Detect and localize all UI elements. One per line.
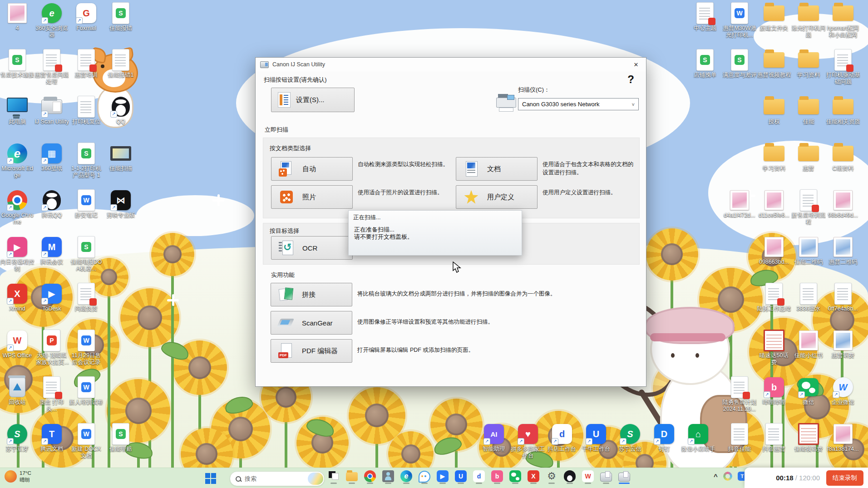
desktop-icon[interactable]: 惠普视频教程 <box>757 49 791 79</box>
utility-button-3[interactable]: PDF 编辑器 <box>271 339 352 363</box>
desktop-icon[interactable]: ⋈剪映专业版 <box>104 190 138 219</box>
desktop-icon[interactable]: T腾讯文档 <box>35 424 69 453</box>
desktop-icon[interactable]: 学习资料 <box>791 49 826 79</box>
desktop-icon[interactable]: 新建文件夹 <box>757 3 791 32</box>
desktop-icon[interactable]: GFoxmail <box>69 3 104 32</box>
taskbar-icon-wps[interactable]: W <box>582 470 594 484</box>
taskbar-icon-chat-app[interactable] <box>419 470 430 484</box>
desktop-icon[interactable]: d抖店工作台 <box>545 424 579 453</box>
desktop-icon[interactable]: 此电脑 <box>0 96 35 125</box>
desktop-icon[interactable]: b哔哩哔哩 <box>757 377 791 406</box>
desktop-icon[interactable]: 陆勇售后计划 2024.11.29... <box>722 377 757 413</box>
desktop-icon[interactable]: W新建 DOCX 文档 <box>69 424 104 459</box>
desktop-icon[interactable]: U千牛工作台 <box>579 424 613 453</box>
taskbar-icon-qq[interactable] <box>564 470 576 484</box>
desktop-icon[interactable]: S苏宁豆芽 <box>0 424 35 453</box>
desktop-icon[interactable]: 问题负责 <box>69 283 104 312</box>
desktop-icon[interactable]: AI智能助理 <box>477 424 511 453</box>
desktop-icon[interactable]: 喵速达50话费 <box>757 330 791 366</box>
desktop-icon[interactable]: 激光打印机问题 <box>791 3 826 39</box>
search-highlight-thumbnail[interactable] <box>308 473 323 485</box>
settings-button[interactable]: 设置(S)... <box>271 88 355 112</box>
desktop-icon[interactable]: 惠普二维码 <box>826 237 860 266</box>
taskbar-icon-wechat[interactable] <box>509 470 521 484</box>
desktop-icon[interactable]: 4 <box>0 3 35 32</box>
desktop-icon[interactable]: eMicrosoft Edge <box>0 143 35 179</box>
close-icon[interactable]: ✕ <box>626 58 646 71</box>
desktop-icon[interactable]: S1-1-2打印机产品型号 1 <box>69 143 104 179</box>
taskbar-icon-qianniu[interactable]: U <box>455 470 467 484</box>
desktop-icon[interactable]: ⌂微信小店助手 <box>681 424 715 453</box>
weather-widget[interactable]: 17°C 晴朗 <box>5 470 31 483</box>
taskbar-icon-edge[interactable]: e <box>400 470 412 484</box>
stop-recording-button[interactable]: 结束录制 <box>826 470 863 486</box>
desktop-icon[interactable]: 98b6d49d... <box>826 190 860 219</box>
desktop-icon[interactable]: d4a1f472d... <box>722 190 757 219</box>
ocr-button[interactable]: OCR <box>271 236 353 260</box>
desktop-icon[interactable]: W惠普M30W激光打印机... <box>722 3 757 39</box>
taskbar-icon-canon-scan-utility-active[interactable] <box>618 470 630 484</box>
desktop-icon[interactable]: ♥拼多多商家工作台 <box>511 424 545 459</box>
taskbar-icon-todesk[interactable]: ▶ <box>437 470 449 484</box>
desktop-icon[interactable]: f8a138174... <box>826 424 860 453</box>
desktop-icon[interactable]: S满意度与差评 <box>722 49 757 79</box>
desktop-icon[interactable]: 回收站 <box>0 377 35 406</box>
desktop-icon[interactable]: W企业微信 <box>826 377 860 406</box>
desktop-icon[interactable]: 抖音惠普 <box>757 424 791 453</box>
taskbar-icon-chrome[interactable] <box>364 470 376 484</box>
desktop-icon[interactable]: W11月29日售后会议记录 <box>69 330 104 366</box>
desktop-icon[interactable]: 授权 <box>757 96 791 125</box>
desktop-icon[interactable]: W新人培训试卷 <box>69 377 104 406</box>
desktop-icon[interactable]: QQ <box>104 96 138 125</box>
scan-type-button-2[interactable]: 文档 <box>456 157 538 181</box>
desktop-icon[interactable]: D钉钉 <box>647 424 681 453</box>
desktop-icon[interactable]: 佳能报错1 <box>104 49 138 79</box>
desktop-icon[interactable]: Google Chrome <box>0 190 35 226</box>
desktop-icon[interactable]: M腾讯会议 <box>35 237 69 266</box>
desktop-icon[interactable]: W静安笔记 <box>69 190 104 219</box>
tray-chevron-icon[interactable]: ^ <box>714 473 718 480</box>
desktop-icon[interactable]: 佳能领话费 <box>791 424 826 453</box>
desktop-icon[interactable]: 佳能扫描 <box>104 143 138 172</box>
desktop-icon[interactable]: hpsmart配网和小白配网 <box>826 3 860 39</box>
desktop-icon[interactable]: P天猫·顶呱呱家族大拉页02... <box>35 330 69 366</box>
desktop-icon[interactable]: d11ce5fe6... <box>757 190 791 219</box>
desktop-icon[interactable]: 新售后培训流程 <box>791 190 826 226</box>
desktop-icon[interactable]: 惠普话费 <box>826 330 860 359</box>
utility-button-2[interactable]: ScanGear <box>271 311 352 335</box>
scanner-select[interactable]: Canon G3030 series Network ˅ <box>518 98 639 110</box>
desktop-icon[interactable]: 打印机驱动基础问题 <box>826 49 860 85</box>
desktop-icon[interactable]: 中心主题 <box>688 3 722 32</box>
desktop-icon[interactable]: 打印机复位 <box>69 96 104 125</box>
search-input[interactable]: 搜索 <box>230 471 325 486</box>
desktop-icon[interactable]: 0ff7e4a8b... <box>826 283 860 312</box>
taskbar-icon-file-explorer[interactable] <box>346 470 358 484</box>
desktop-icon[interactable]: S售后技术连接 <box>0 49 35 79</box>
window-titlebar[interactable]: Canon IJ Scan Utility ✕ <box>256 58 646 71</box>
desktop-icon[interactable]: 墨盒 打印头... <box>35 377 69 413</box>
help-icon[interactable]: ? <box>627 73 634 86</box>
taskbar-icon-app-squares[interactable] <box>328 470 340 484</box>
desktop-icon[interactable]: IJ Scan Utility <box>35 96 69 125</box>
desktop-icon[interactable]: 3836墨水 <box>791 283 826 312</box>
desktop-icon[interactable]: ▶向日葵远程控制 <box>0 237 35 272</box>
taskbar-icon-doudian[interactable]: d <box>473 470 485 484</box>
taskbar-icon-canon-scan-utility[interactable] <box>600 470 612 484</box>
taskbar-icon-settings[interactable]: ⚙ <box>546 470 557 484</box>
taskbar-icon-bilibili[interactable]: b <box>491 470 503 484</box>
desktop-icon[interactable]: 佳能二维码 <box>791 237 826 266</box>
desktop-icon[interactable]: S佳能电报DOA机器... <box>69 237 104 272</box>
desktop-icon[interactable]: ▶ToDesk <box>35 283 69 312</box>
tray-swirl-icon[interactable] <box>723 472 732 481</box>
utility-button-1[interactable]: 拼接 <box>271 283 352 306</box>
desktop-icon[interactable]: S苏宁云信 <box>613 424 647 453</box>
desktop-icon[interactable]: S佳能理赔 <box>104 424 138 453</box>
scan-type-button-4[interactable]: 用户定义 <box>456 185 538 209</box>
desktop-icon[interactable]: 佳能相关资质 <box>826 96 860 125</box>
desktop-icon[interactable]: S佳能报错 <box>104 3 138 32</box>
desktop-icon[interactable]: e360安全浏览器 <box>35 3 69 39</box>
desktop-icon[interactable]: 佳能 <box>791 96 826 125</box>
desktop-icon[interactable]: 微信 <box>791 377 826 406</box>
taskbar-icon-xmind[interactable]: X <box>528 470 539 484</box>
desktop-icon[interactable]: 陆勇工作总结 <box>757 283 791 312</box>
